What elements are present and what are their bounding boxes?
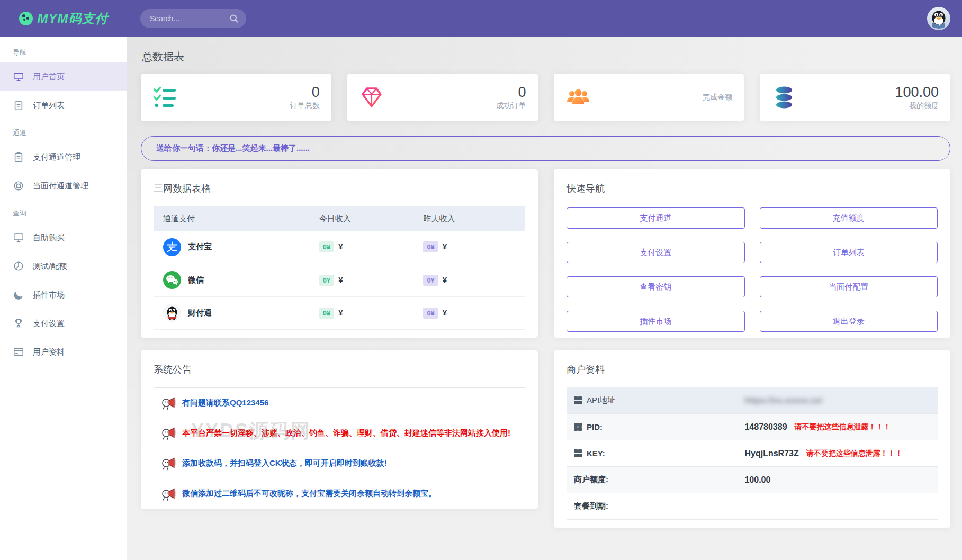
today-income-badge: 0¥ — [319, 241, 334, 252]
currency-symbol: ¥ — [443, 242, 447, 251]
quick-nav-button-充值额度[interactable]: 充值额度 — [760, 207, 938, 229]
announcement-text: 本平台严禁一切淫秽、涉赌、政治、钓鱼、诈骗、理财、借贷、封建迷信等非法网站接入使… — [182, 428, 510, 438]
search-icon[interactable] — [229, 13, 239, 24]
merchant-row-left: 商户额度: — [567, 475, 744, 485]
alipay-icon — [163, 238, 181, 256]
announcement-row[interactable]: 本平台严禁一切淫秽、涉赌、政治、钓鱼、诈骗、理财、借贷、封建迷信等非法网站接入使… — [154, 418, 525, 448]
quick-nav-button-插件市场[interactable]: 插件市场 — [567, 311, 745, 332]
currency-symbol: ¥ — [338, 242, 343, 251]
announcements-card: 系统公告 有问题请联系QQ123456 本平台严禁一切淫秽、涉赌、政治、钓鱼、诈… — [141, 350, 538, 509]
stat-card-right: 完成金额 — [591, 93, 733, 102]
channel-name: 微信 — [188, 275, 204, 285]
sidebar-section-label: 通道 — [0, 120, 127, 143]
stat-card-right: 0成功订单 — [384, 84, 526, 110]
channel-name: 财付通 — [188, 308, 212, 318]
stat-card-成功订单: 0成功订单 — [347, 74, 538, 121]
sidebar-item-label: 插件市场 — [33, 290, 65, 300]
sidebar-item-订单列表[interactable]: 订单列表 — [0, 91, 127, 120]
stat-label: 订单总数 — [290, 101, 320, 111]
merchant-row: API地址https://xx.xxxxx.xx/ — [567, 387, 938, 414]
announcements-title: 系统公告 — [154, 363, 525, 376]
horn-icon — [161, 425, 177, 441]
yesterday-income-cell: 0¥¥ — [413, 231, 525, 264]
monitor-icon — [13, 232, 24, 243]
announcement-row[interactable]: 添加收款码，并扫码登入CK状态，即可开启即时到账收款! — [154, 448, 525, 478]
user-avatar[interactable] — [927, 7, 950, 30]
pie-icon — [13, 260, 24, 272]
table-col-header: 通道支付 — [154, 206, 310, 231]
merchant-label: 商户额度: — [574, 475, 608, 485]
network-table-card: 三网数据表格 通道支付今日收入昨天收入 支付宝0¥¥0¥¥ 微信0¥¥0¥¥ 财… — [141, 169, 538, 338]
horn-icon — [161, 486, 177, 502]
merchant-value: HyqjLnsR73Z — [744, 449, 798, 458]
quick-nav-button-支付设置[interactable]: 支付设置 — [567, 242, 745, 263]
table-row: 支付宝0¥¥0¥¥ — [154, 231, 525, 264]
sidebar-item-插件市场[interactable]: 插件市场 — [0, 281, 127, 309]
channel-name-wrap: 财付通 — [163, 304, 310, 322]
quick-nav-button-支付通道[interactable]: 支付通道 — [567, 207, 745, 229]
stat-card-right: 100.00我的额度 — [797, 84, 939, 110]
grid-icon — [574, 449, 582, 457]
merchant-row-left: KEY: — [567, 449, 744, 458]
announcement-row[interactable]: 微信添加过二维码后不可改昵称，支付宝需要关闭余额自动转到余额宝。 — [154, 478, 525, 509]
stat-card-订单总数: 0订单总数 — [141, 74, 331, 121]
announcement-row[interactable]: 有问题请联系QQ123456 — [154, 388, 525, 418]
table-row: 财付通0¥¥0¥¥ — [154, 296, 525, 329]
channel-cell: 财付通 — [154, 296, 310, 329]
grid-icon — [574, 396, 582, 404]
table-row: 微信0¥¥0¥¥ — [154, 264, 525, 296]
table-col-header: 今日收入 — [310, 206, 414, 231]
merchant-row-left: PID: — [567, 422, 744, 431]
sidebar-item-当面付通道管理[interactable]: 当面付通道管理 — [0, 171, 127, 200]
currency-symbol: ¥ — [338, 275, 343, 284]
merchant-title: 商户资料 — [567, 363, 938, 376]
merchant-row-left: 套餐到期: — [567, 501, 744, 511]
horn-icon — [161, 395, 177, 411]
today-income-badge: 0¥ — [319, 308, 334, 319]
monitor-icon — [13, 71, 24, 83]
sidebar-item-用户资料[interactable]: 用户资料 — [0, 338, 127, 366]
sidebar-item-支付设置[interactable]: 支付设置 — [0, 309, 127, 338]
sidebar-item-label: 订单列表 — [33, 101, 65, 111]
today-income-cell: 0¥¥ — [310, 231, 414, 264]
quick-nav-button-当面付配置[interactable]: 当面付配置 — [760, 276, 938, 297]
diamond-icon — [359, 85, 384, 110]
channel-cell: 支付宝 — [154, 231, 310, 264]
sidebar-section-label: 查询 — [0, 200, 127, 223]
currency-symbol: ¥ — [338, 308, 343, 317]
merchant-row-right: HyqjLnsR73Z请不要把这些信息泄露！！！ — [744, 449, 902, 458]
sidebar-item-测试/配额[interactable]: 测试/配额 — [0, 252, 127, 281]
yesterday-income-badge: 0¥ — [423, 241, 438, 252]
announcement-text: 有问题请联系QQ123456 — [182, 398, 268, 408]
stat-label: 成功订单 — [497, 101, 526, 111]
stat-card-完成金额: 完成金额 — [554, 74, 744, 121]
yesterday-income-badge: 0¥ — [423, 275, 438, 286]
today-income-cell: 0¥¥ — [310, 264, 414, 296]
quick-nav-button-查看密钥[interactable]: 查看密钥 — [567, 276, 745, 297]
merchant-label: API地址 — [587, 395, 615, 405]
sidebar-item-label: 用户资料 — [33, 347, 65, 357]
wechat-icon — [163, 271, 181, 289]
announcement-text: 添加收款码，并扫码登入CK状态，即可开启即时到账收款! — [182, 458, 387, 468]
quick-nav-button-退出登录[interactable]: 退出登录 — [760, 311, 938, 332]
app-logo[interactable]: MYM码支付 — [0, 10, 127, 27]
channel-name: 支付宝 — [188, 242, 212, 252]
merchant-value: 148780389 — [744, 422, 787, 432]
sidebar-item-label: 支付通道管理 — [33, 152, 80, 162]
merchant-row: PID:148780389请不要把这些信息泄露！！！ — [567, 414, 938, 440]
network-table-title: 三网数据表格 — [154, 182, 525, 195]
merchant-warning: 请不要把这些信息泄露！！！ — [806, 449, 903, 458]
sidebar-item-自助购买[interactable]: 自助购买 — [0, 223, 127, 252]
announcement-text: 微信添加过二维码后不可改昵称，支付宝需要关闭余额自动转到余额宝。 — [182, 489, 436, 499]
today-income-cell: 0¥¥ — [310, 296, 414, 329]
lifering-icon — [13, 180, 24, 192]
network-table: 通道支付今日收入昨天收入 支付宝0¥¥0¥¥ 微信0¥¥0¥¥ 财付通0¥¥0¥… — [154, 206, 525, 330]
page-title: 总数据表 — [142, 50, 950, 64]
sidebar-section-label: 导航 — [0, 39, 127, 62]
card-icon — [13, 346, 24, 358]
sidebar-item-支付通道管理[interactable]: 支付通道管理 — [0, 143, 127, 171]
sidebar-item-label: 自助购买 — [33, 233, 65, 243]
quick-nav-button-订单列表[interactable]: 订单列表 — [760, 242, 938, 263]
sidebar-item-用户首页[interactable]: 用户首页 — [0, 62, 127, 91]
currency-symbol: ¥ — [443, 308, 447, 317]
